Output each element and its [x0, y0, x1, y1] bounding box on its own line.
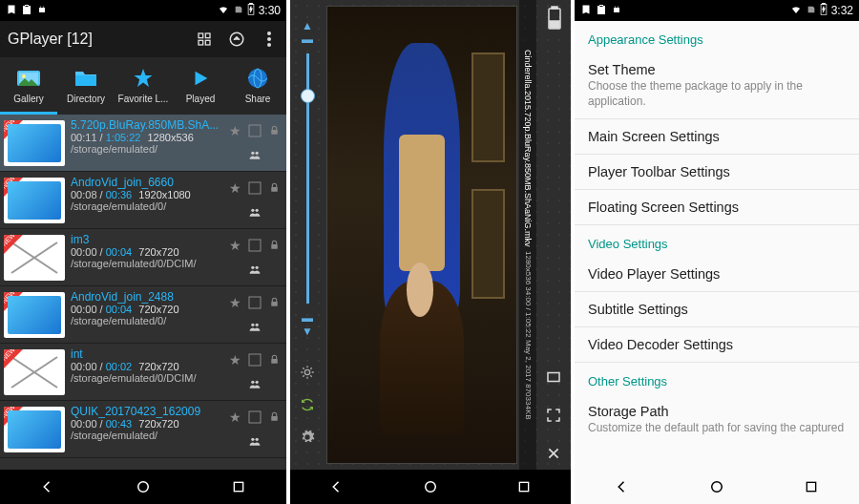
home-button[interactable] — [420, 476, 441, 497]
slider-top-icon[interactable]: ▲▬ — [302, 19, 313, 46]
settings-item[interactable]: Storage PathCustomize the default path f… — [575, 394, 859, 446]
checkbox[interactable] — [246, 179, 263, 197]
svg-point-54 — [615, 6, 616, 7]
checkbox[interactable] — [246, 294, 263, 311]
checkbox[interactable] — [246, 351, 263, 368]
svg-rect-28 — [271, 244, 278, 249]
video-time: 00:11 / 1:05:22 1280x536 — [71, 132, 221, 143]
svg-rect-37 — [249, 354, 261, 366]
home-button[interactable] — [706, 476, 727, 497]
checkbox[interactable] — [246, 409, 263, 426]
lock-icon[interactable] — [266, 351, 283, 368]
favorite-star-icon[interactable]: ★ — [226, 351, 243, 368]
svg-rect-5 — [205, 33, 210, 38]
close-button[interactable] — [543, 443, 564, 464]
lock-icon[interactable] — [266, 237, 283, 254]
settings-item[interactable]: Video Player Settings — [575, 257, 859, 291]
settings-item[interactable]: Main Screen Settings — [575, 119, 859, 154]
nav-bar — [0, 470, 286, 504]
svg-rect-4 — [199, 33, 203, 38]
video-frame[interactable] — [326, 6, 517, 464]
checkbox[interactable] — [246, 122, 263, 139]
settings-list[interactable]: Appearance SettingsSet ThemeChoose the t… — [575, 21, 859, 470]
row-actions: ★ — [223, 286, 286, 343]
share-group-icon[interactable] — [246, 261, 263, 278]
video-path: /storage/emulated/ — [71, 143, 221, 155]
fullscreen-button[interactable] — [543, 405, 564, 426]
repeat-icon[interactable] — [298, 395, 317, 414]
svg-point-55 — [618, 6, 618, 7]
settings-item[interactable]: Set ThemeChoose the theme package to app… — [575, 52, 859, 118]
favorite-star-icon[interactable]: ★ — [226, 179, 243, 197]
back-button[interactable] — [37, 476, 58, 497]
recents-button[interactable] — [228, 476, 249, 497]
battery-icon — [820, 3, 828, 18]
video-title: int — [71, 347, 221, 361]
favorite-star-icon[interactable]: ★ — [226, 237, 243, 254]
video-info-strip: Cinderella.2015.720p.BluRay.850MB.ShAaNi… — [519, 0, 536, 470]
gallery-icon — [16, 66, 41, 91]
video-row[interactable]: NEW int 00:00 / 00:02 720x720 /storage/e… — [0, 344, 286, 401]
settings-item-subtitle: Choose the theme package to apply in the… — [588, 79, 846, 109]
favorite-star-icon[interactable]: ★ — [226, 122, 243, 139]
tab-directory[interactable]: Directory — [57, 57, 115, 115]
settings-item[interactable]: Video Decoder Settings — [575, 327, 859, 362]
checkbox[interactable] — [246, 237, 263, 254]
lock-icon[interactable] — [266, 122, 283, 139]
lock-icon[interactable] — [266, 179, 283, 197]
recents-button[interactable] — [513, 476, 534, 497]
lock-icon[interactable] — [266, 409, 283, 426]
slider-bottom-icon[interactable]: ▬▼ — [302, 311, 313, 338]
recents-button[interactable] — [801, 476, 822, 497]
grid-view-button[interactable] — [195, 30, 214, 49]
video-row[interactable]: NEW AndroVid_join_2488 00:00 / 00:04 720… — [0, 286, 286, 344]
share-group-icon[interactable] — [246, 432, 263, 450]
lock-icon[interactable] — [266, 294, 283, 311]
notification-icon — [6, 4, 17, 18]
video-row[interactable]: NEW AndroVid_join_6660 00:08 / 00:36 192… — [0, 172, 286, 229]
settings-item[interactable]: Floating Screen Settings — [575, 190, 859, 224]
video-path: /storage/emulated/0/ — [71, 200, 221, 212]
video-thumbnail: NEW — [4, 349, 65, 395]
settings-item[interactable]: Player Toolbar Settings — [575, 155, 859, 189]
volume-slider[interactable] — [306, 53, 309, 304]
tab-gallery[interactable]: Gallery — [0, 57, 57, 115]
share-group-icon[interactable] — [246, 318, 263, 335]
video-time: 00:08 / 00:36 1920x1080 — [71, 189, 221, 200]
svg-rect-59 — [807, 482, 816, 491]
tab-share[interactable]: Share — [229, 57, 286, 115]
no-sim-icon — [234, 4, 243, 18]
tab-label: Played — [186, 94, 216, 104]
settings-item[interactable]: Subtitle Settings — [575, 292, 859, 326]
video-list[interactable]: NEW 5.720p.BluRay.850MB.ShA... 00:11 / 1… — [0, 115, 286, 470]
movie-still — [327, 7, 516, 463]
tab-played[interactable]: Played — [172, 57, 229, 115]
video-row[interactable]: NEW QUIK_20170423_162009 00:00 / 00:43 7… — [0, 401, 286, 458]
video-row[interactable]: NEW 5.720p.BluRay.850MB.ShA... 00:11 / 1… — [0, 115, 286, 172]
section-header: Video Settings — [575, 225, 859, 257]
home-button[interactable] — [133, 476, 154, 497]
android-icon — [36, 4, 48, 18]
svg-point-19 — [251, 151, 254, 154]
settings-icon[interactable] — [298, 428, 317, 447]
share-group-icon[interactable] — [246, 203, 263, 220]
brightness-icon[interactable] — [298, 363, 317, 382]
scroll-top-button[interactable] — [227, 30, 246, 49]
favorite-star-icon[interactable]: ★ — [226, 294, 243, 311]
status-time: 3:32 — [831, 4, 853, 17]
back-button[interactable] — [612, 476, 633, 497]
aspect-button[interactable] — [543, 367, 564, 388]
share-group-icon[interactable] — [246, 146, 263, 163]
favorite-star-icon[interactable]: ★ — [226, 409, 243, 426]
play-icon — [188, 66, 213, 91]
share-group-icon[interactable] — [246, 375, 263, 392]
svg-rect-27 — [249, 240, 261, 251]
video-thumbnail: NEW — [4, 235, 65, 281]
back-button[interactable] — [326, 476, 347, 497]
video-row[interactable]: NEW im3 00:00 / 00:04 720x720 /storage/e… — [0, 229, 286, 286]
overflow-menu-button[interactable] — [260, 30, 279, 49]
video-thumbnail: NEW — [4, 178, 65, 223]
tab-favorite[interactable]: Favorite L... — [115, 57, 172, 115]
slider-thumb[interactable] — [301, 89, 315, 103]
video-info: AndroVid_join_2488 00:00 / 00:04 720x720… — [69, 286, 223, 343]
